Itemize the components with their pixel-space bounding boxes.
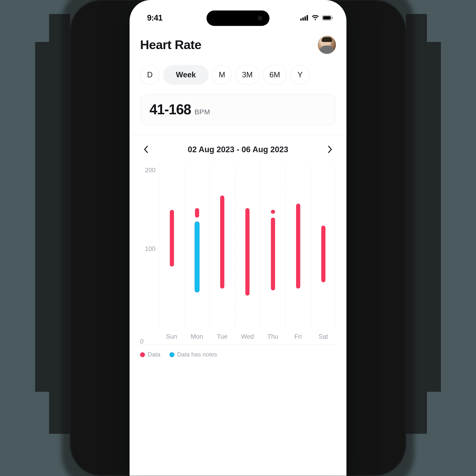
chart-bar [170, 210, 174, 267]
svg-rect-2 [304, 16, 306, 21]
svg-rect-0 [300, 19, 302, 21]
y-tick-100: 100 [145, 245, 155, 253]
x-label: Thu [260, 330, 285, 345]
prev-range-button[interactable] [140, 144, 152, 155]
legend-item-data: Data [140, 351, 160, 358]
legend: Data Data has notes [130, 345, 347, 358]
range-tab-week[interactable]: Week [163, 65, 208, 85]
chart-bar [321, 226, 326, 282]
chart-bar [220, 196, 224, 289]
header: Heart Rate [130, 27, 347, 57]
status-bar: 9:41 [130, 8, 347, 27]
phone-frame: 9:41 Heart Rate [130, 0, 347, 476]
chart-column [209, 164, 235, 328]
range-tab-d[interactable]: D [140, 65, 160, 85]
chart-bar [195, 208, 199, 218]
chart-bar [271, 218, 275, 290]
x-label: Sun [159, 330, 184, 345]
chart-bar [245, 208, 250, 296]
svg-rect-6 [332, 17, 333, 19]
chart-column [285, 164, 311, 328]
status-time: 9:41 [147, 13, 162, 23]
legend-dot-data-icon [140, 352, 145, 357]
date-nav: 02 Aug 2023 - 06 Aug 2023 [130, 135, 347, 159]
legend-item-notes: Data has notes [169, 351, 217, 358]
chart-column [235, 164, 260, 328]
x-label: Fri [285, 330, 311, 345]
chart: 200 100 0 SunMonTueWedThuFriSat [130, 159, 347, 345]
y-tick-200: 200 [145, 167, 155, 174]
next-range-button[interactable] [324, 144, 336, 155]
chart-column [184, 164, 209, 328]
battery-icon [322, 15, 333, 21]
range-tab-m[interactable]: M [212, 65, 232, 85]
summary-unit: BPM [194, 108, 210, 116]
y-axis: 200 100 [140, 164, 155, 328]
summary-card: 41-168 BPM [140, 94, 336, 125]
range-tab-y[interactable]: Y [290, 65, 310, 85]
cellular-icon [300, 15, 309, 21]
status-icons [300, 15, 333, 21]
svg-rect-3 [307, 15, 308, 21]
legend-dot-notes-icon [169, 352, 174, 357]
page-title: Heart Rate [140, 37, 201, 52]
dynamic-island [207, 10, 269, 26]
range-tabs: D Week M 3M 6M Y [130, 57, 347, 91]
chart-bar-notes [195, 222, 200, 293]
range-tab-6m[interactable]: 6M [263, 65, 287, 85]
wifi-icon [311, 15, 319, 21]
range-tab-3m[interactable]: 3M [235, 65, 259, 85]
svg-rect-1 [302, 18, 304, 21]
chart-column [311, 164, 336, 328]
chevron-right-icon [327, 146, 332, 153]
legend-label-data: Data [148, 351, 160, 358]
chart-plot [159, 164, 336, 328]
svg-rect-5 [323, 16, 331, 20]
chevron-left-icon [144, 146, 149, 153]
summary-value: 41-168 [149, 102, 191, 118]
x-label: Sat [311, 330, 336, 345]
chart-column [159, 164, 184, 328]
avatar[interactable] [318, 36, 336, 54]
legend-label-notes: Data has notes [177, 351, 217, 358]
x-axis: SunMonTueWedThuFriSat [159, 330, 336, 345]
x-label: Mon [184, 330, 209, 345]
date-range-label: 02 Aug 2023 - 06 Aug 2023 [188, 145, 288, 154]
chart-bar [271, 210, 275, 214]
y-tick-0: 0 [140, 338, 144, 345]
chart-column [260, 164, 285, 328]
chart-bar [296, 204, 300, 289]
x-label: Wed [235, 330, 260, 345]
x-label: Tue [209, 330, 235, 345]
